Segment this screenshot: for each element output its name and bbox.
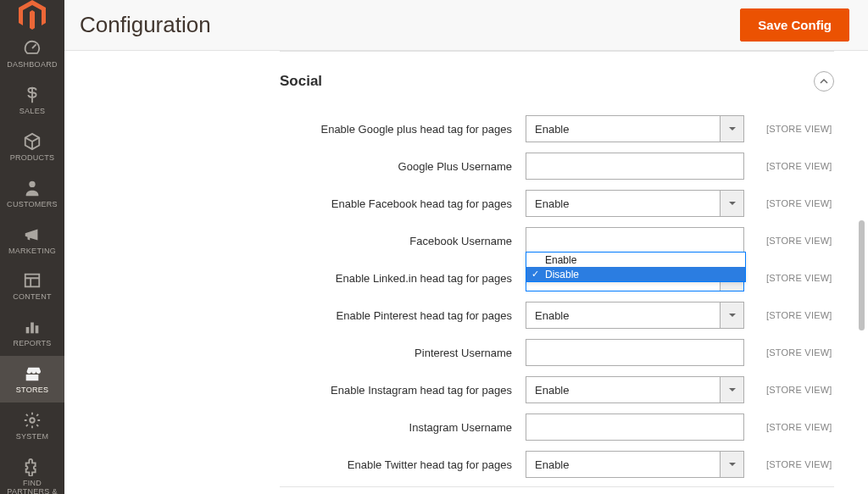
collapse-toggle[interactable]	[814, 71, 834, 92]
chevron-down-icon	[720, 452, 743, 477]
gear-icon	[23, 411, 42, 430]
page-header: Configuration Save Config	[64, 0, 868, 51]
sidebar-item-partners[interactable]: FIND PARTNERS & EXTENSIONS	[0, 449, 64, 494]
scope-label: [STORE VIEW]	[766, 385, 832, 395]
input-google-plus-username[interactable]	[526, 153, 744, 180]
input-pinterest-username[interactable]	[526, 339, 744, 366]
svg-rect-2	[26, 327, 30, 333]
sidebar-item-marketing[interactable]: MARKETING	[0, 217, 64, 264]
select-instagram-enable[interactable]: Enable	[526, 376, 744, 403]
sidebar-item-label: SALES	[19, 108, 45, 116]
field-twitter-enable: Enable Twitter head tag for pages Enable…	[280, 446, 839, 483]
sidebar-item-label: CONTENT	[13, 293, 51, 302]
select-value: Enable	[526, 197, 720, 210]
scope-label: [STORE VIEW]	[766, 198, 832, 208]
field-label: Instagram Username	[280, 421, 526, 434]
field-label: Enable Instagram head tag for pages	[280, 384, 526, 397]
field-label: Enable Pinterest head tag for pages	[280, 309, 526, 322]
person-icon	[23, 179, 42, 197]
input-facebook-username[interactable]	[526, 227, 744, 254]
dropdown-menu: Enable Disable	[526, 252, 746, 282]
chevron-down-icon	[720, 191, 743, 216]
scope-label: [STORE VIEW]	[766, 161, 832, 171]
sidebar-item-label: CUSTOMERS	[7, 201, 58, 209]
select-value: Enable	[526, 458, 720, 471]
svg-rect-4	[36, 326, 39, 334]
chevron-up-icon	[820, 77, 828, 86]
svg-point-5	[30, 418, 35, 423]
magento-logo[interactable]	[0, 0, 64, 31]
fields-container: Enable Google plus head tag for pages En…	[280, 110, 839, 483]
bar-chart-icon	[23, 318, 42, 336]
scope-label: [STORE VIEW]	[766, 124, 832, 134]
field-linkedin-enable: Enable Linked.in head tag for pages Disa…	[280, 259, 839, 297]
sidebar-item-system[interactable]: SYSTEM	[0, 402, 64, 449]
section-title: Social	[280, 73, 322, 90]
sidebar-item-products[interactable]: PRODUCTS	[0, 124, 64, 170]
select-pinterest-enable[interactable]: Enable	[526, 302, 744, 329]
scope-label: [STORE VIEW]	[766, 273, 832, 283]
dropdown-option-disable[interactable]: Disable	[526, 267, 745, 281]
select-twitter-enable[interactable]: Enable	[526, 451, 744, 478]
select-value: Enable	[526, 384, 720, 397]
field-label: Enable Facebook head tag for pages	[280, 197, 526, 210]
field-pinterest-enable: Enable Pinterest head tag for pages Enab…	[280, 297, 839, 334]
scope-label: [STORE VIEW]	[766, 236, 832, 246]
sidebar-item-label: FIND PARTNERS & EXTENSIONS	[2, 480, 63, 494]
input-instagram-username[interactable]	[526, 414, 744, 441]
puzzle-icon	[23, 458, 42, 476]
scope-label: [STORE VIEW]	[766, 347, 832, 358]
dropdown-option-enable[interactable]: Enable	[526, 253, 745, 267]
sidebar-item-reports[interactable]: REPORTS	[0, 309, 64, 356]
chevron-down-icon	[720, 116, 743, 142]
select-facebook-enable[interactable]: Enable	[526, 190, 744, 217]
dollar-icon	[23, 86, 42, 104]
sidebar-item-label: PRODUCTS	[10, 154, 55, 163]
svg-rect-3	[31, 323, 34, 334]
gauge-icon	[23, 39, 42, 58]
scope-label: [STORE VIEW]	[766, 310, 832, 320]
field-label: Enable Google plus head tag for pages	[280, 123, 526, 136]
field-instagram-enable: Enable Instagram head tag for pages Enab…	[280, 371, 839, 408]
field-label: Google Plus Username	[280, 160, 526, 173]
field-instagram-username: Instagram Username [STORE VIEW]	[280, 408, 839, 446]
field-label: Pinterest Username	[280, 347, 526, 359]
sidebar-item-label: SYSTEM	[16, 433, 49, 441]
sidebar-item-label: MARKETING	[8, 247, 56, 256]
field-label: Enable Twitter head tag for pages	[280, 458, 526, 471]
field-pinterest-username: Pinterest Username [STORE VIEW]	[280, 334, 839, 371]
field-facebook-enable: Enable Facebook head tag for pages Enabl…	[280, 185, 839, 222]
field-google-plus-username: Google Plus Username [STORE VIEW]	[280, 147, 839, 185]
divider	[280, 51, 834, 52]
sidebar-item-label: DASHBOARD	[7, 61, 57, 69]
divider	[280, 486, 834, 487]
sidebar-item-dashboard[interactable]: DASHBOARD	[0, 31, 64, 77]
box-icon	[23, 132, 42, 151]
sidebar-item-customers[interactable]: CUSTOMERS	[0, 170, 64, 217]
scrollbar-thumb[interactable]	[859, 220, 865, 330]
storefront-icon	[23, 364, 42, 383]
page-title: Configuration	[80, 12, 211, 38]
sidebar-item-label: REPORTS	[13, 340, 51, 348]
field-google-plus-enable: Enable Google plus head tag for pages En…	[280, 110, 839, 147]
select-value: Enable	[526, 123, 720, 136]
sidebar-item-sales[interactable]: SALES	[0, 77, 64, 124]
sidebar-item-content[interactable]: CONTENT	[0, 263, 64, 309]
admin-sidebar: DASHBOARD SALES PRODUCTS CUSTOMERS MARKE…	[0, 0, 64, 494]
field-label: Facebook Username	[280, 235, 526, 247]
config-content: Social Enable Google plus head tag for p…	[64, 51, 868, 494]
chevron-down-icon	[720, 303, 743, 328]
chevron-down-icon	[720, 377, 743, 402]
megaphone-icon	[23, 225, 42, 244]
layout-icon	[23, 271, 42, 290]
svg-point-0	[29, 180, 35, 186]
sidebar-item-label: STORES	[16, 386, 48, 395]
section-header: Social	[280, 71, 834, 92]
svg-rect-1	[25, 275, 40, 287]
select-value: Enable	[526, 309, 720, 322]
select-google-plus-enable[interactable]: Enable	[526, 115, 744, 142]
scope-label: [STORE VIEW]	[766, 422, 832, 432]
field-label: Enable Linked.in head tag for pages	[280, 272, 526, 285]
save-config-button[interactable]: Save Config	[740, 8, 849, 42]
sidebar-item-stores[interactable]: STORES	[0, 356, 64, 402]
